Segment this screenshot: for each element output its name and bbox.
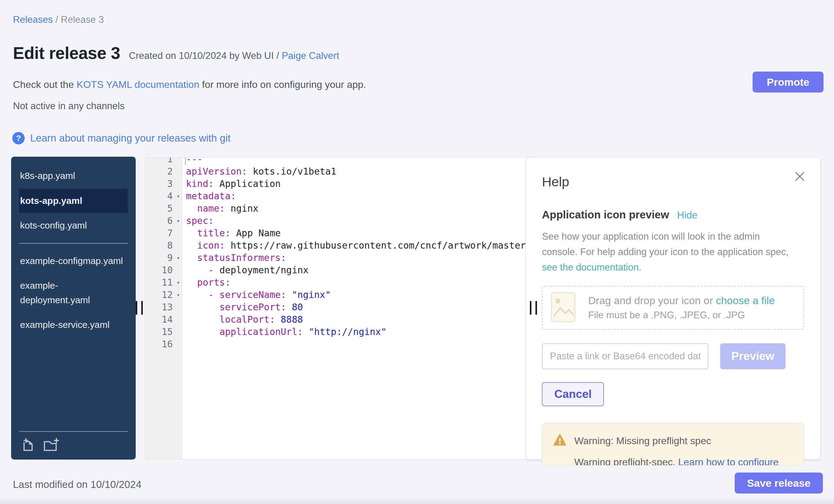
breadcrumb-separator: / bbox=[53, 14, 61, 25]
code-text: - deployment/nginx bbox=[182, 265, 308, 276]
docs-suffix: for more info on configuring your app. bbox=[199, 79, 366, 90]
line-number: 5 bbox=[145, 203, 182, 214]
created-info: Created on 10/10/2024 by Web UI / Paige … bbox=[129, 50, 339, 61]
save-release-button[interactable]: Save release bbox=[735, 473, 823, 494]
warning-detail-text: Warning preflight-spec. bbox=[574, 457, 678, 465]
file-list-examples: example-configmap.yamlexample-deployment… bbox=[19, 248, 128, 337]
file-item-example-deployment.yaml[interactable]: example-deployment.yaml bbox=[19, 273, 128, 312]
preflight-warning: Warning: Missing preflight spec Warning … bbox=[542, 423, 804, 465]
docs-prefix: Check out the bbox=[13, 79, 76, 90]
code-text: applicationUrl: "http://nginx" bbox=[182, 326, 387, 337]
line-number: 8 bbox=[145, 240, 182, 251]
code-text: --- bbox=[182, 157, 203, 165]
icon-preview-description: See how your application icon will look … bbox=[542, 229, 792, 276]
file-item-k8s-app.yaml[interactable]: k8s-app.yaml bbox=[19, 163, 128, 189]
file-list-kots: k8s-app.yamlkots-app.yamlkots-config.yam… bbox=[19, 163, 128, 238]
dropzone-text: Drag and drop your icon or choose a file bbox=[588, 294, 775, 307]
line-number: 4▾ bbox=[145, 191, 182, 201]
hide-link[interactable]: Hide bbox=[677, 210, 697, 221]
dropzone-filetypes: File must be a .PNG, .JPEG, or .JPG bbox=[588, 310, 775, 321]
fold-caret-icon[interactable]: ▾ bbox=[177, 194, 180, 199]
page-title: Edit release 3 bbox=[13, 43, 120, 63]
code-text: kind: Application bbox=[182, 178, 281, 189]
file-list-divider bbox=[19, 243, 128, 244]
code-text: title: App Name bbox=[182, 228, 281, 238]
icon-dropzone[interactable]: Drag and drop your icon or choose a file… bbox=[542, 286, 804, 330]
file-item-example-service.yaml[interactable]: example-service.yaml bbox=[19, 312, 128, 337]
description-text: See how your application icon will look … bbox=[542, 231, 789, 257]
code-text: apiVersion: kots.io/v1beta1 bbox=[182, 166, 336, 177]
fold-caret-icon[interactable]: ▾ bbox=[177, 292, 180, 298]
code-text: localPort: 8888 bbox=[182, 314, 303, 325]
line-number: 15 bbox=[145, 326, 182, 337]
code-text: spec: bbox=[182, 215, 214, 226]
icon-url-input[interactable] bbox=[542, 343, 708, 369]
line-number: 7 bbox=[145, 228, 182, 238]
code-text: servicePort: 80 bbox=[182, 302, 303, 312]
help-panel: Help Application icon preview Hide See h… bbox=[526, 157, 820, 460]
code-text: name: nginx bbox=[182, 203, 259, 214]
warning-detail: Warning preflight-spec. Learn how to con… bbox=[553, 457, 793, 465]
file-item-kots-app.yaml[interactable]: kots-app.yaml bbox=[19, 189, 128, 214]
release-editor-page: Releases / Release 3 Edit release 3 Crea… bbox=[0, 0, 834, 504]
channel-status: Not active in any channels bbox=[13, 101, 125, 112]
fold-caret-icon[interactable]: ▾ bbox=[177, 218, 180, 224]
created-text: Created on 10/10/2024 by Web UI / bbox=[129, 50, 282, 61]
breadcrumb-releases-link[interactable]: Releases bbox=[13, 14, 53, 25]
code-text: icon: https://raw.githubusercontent.com/… bbox=[182, 240, 531, 251]
line-number: 1 bbox=[145, 157, 182, 165]
cancel-button[interactable]: Cancel bbox=[542, 382, 604, 406]
line-number: 12▾ bbox=[145, 289, 182, 300]
release-workspace: k8s-app.yamlkots-app.yamlkots-config.yam… bbox=[11, 157, 823, 460]
docs-line: Check out the KOTS YAML documentation fo… bbox=[13, 79, 366, 90]
author-link[interactable]: Paige Calvert bbox=[282, 50, 339, 61]
learn-configure-link[interactable]: Learn how to configure bbox=[678, 457, 779, 465]
fold-caret-icon[interactable]: ▾ bbox=[177, 280, 180, 285]
add-file-icon[interactable] bbox=[21, 438, 35, 452]
help-resize-handle[interactable] bbox=[530, 301, 537, 314]
warning-icon bbox=[553, 434, 566, 448]
fold-caret-icon[interactable]: ▾ bbox=[177, 256, 180, 261]
bottom-shadow bbox=[0, 496, 834, 504]
line-number: 13 bbox=[145, 302, 182, 312]
last-modified: Last modified on 10/10/2024 bbox=[13, 479, 141, 490]
help-title: Help bbox=[542, 174, 804, 190]
choose-file-link[interactable]: choose a file bbox=[716, 294, 775, 306]
line-number: 6▾ bbox=[145, 215, 182, 226]
breadcrumb: Releases / Release 3 bbox=[13, 14, 104, 25]
close-icon[interactable] bbox=[793, 170, 807, 183]
sidebar-resize-handle[interactable] bbox=[136, 301, 143, 314]
image-placeholder-icon bbox=[551, 292, 576, 324]
icon-preview-title: Application icon preview bbox=[542, 209, 669, 221]
line-number: 3 bbox=[145, 178, 182, 189]
kots-yaml-docs-link[interactable]: KOTS YAML documentation bbox=[76, 79, 199, 90]
description-period: . bbox=[639, 262, 641, 273]
see-documentation-link[interactable]: see the documentation bbox=[542, 262, 639, 273]
code-text: metadata: bbox=[182, 191, 236, 201]
code-text: statusInformers: bbox=[182, 252, 286, 263]
preview-button[interactable]: Preview bbox=[720, 343, 786, 369]
line-number: 14 bbox=[145, 314, 182, 325]
file-item-kots-config.yaml[interactable]: kots-config.yaml bbox=[19, 213, 128, 238]
git-releases-link[interactable]: Learn about managing your releases with … bbox=[30, 132, 231, 144]
add-folder-icon[interactable] bbox=[43, 438, 59, 452]
line-number: 9▾ bbox=[145, 252, 182, 263]
file-item-example-configmap.yaml[interactable]: example-configmap.yaml bbox=[19, 248, 128, 273]
code-text: - serviceName: "nginx" bbox=[182, 289, 331, 300]
line-number: 2 bbox=[145, 166, 182, 177]
question-icon: ? bbox=[12, 132, 25, 144]
dropzone-prefix: Drag and drop your icon or bbox=[588, 294, 716, 306]
line-number: 10 bbox=[145, 265, 182, 276]
breadcrumb-current: Release 3 bbox=[61, 14, 104, 25]
promote-button[interactable]: Promote bbox=[752, 71, 824, 92]
warning-text: Warning: Missing preflight spec bbox=[574, 435, 711, 447]
line-number: 11▾ bbox=[145, 277, 182, 288]
sidebar-bottom-divider bbox=[19, 431, 128, 432]
code-text: ports: bbox=[182, 277, 231, 288]
line-number: 16 bbox=[145, 339, 182, 349]
file-sidebar: k8s-app.yamlkots-app.yamlkots-config.yam… bbox=[11, 157, 136, 460]
